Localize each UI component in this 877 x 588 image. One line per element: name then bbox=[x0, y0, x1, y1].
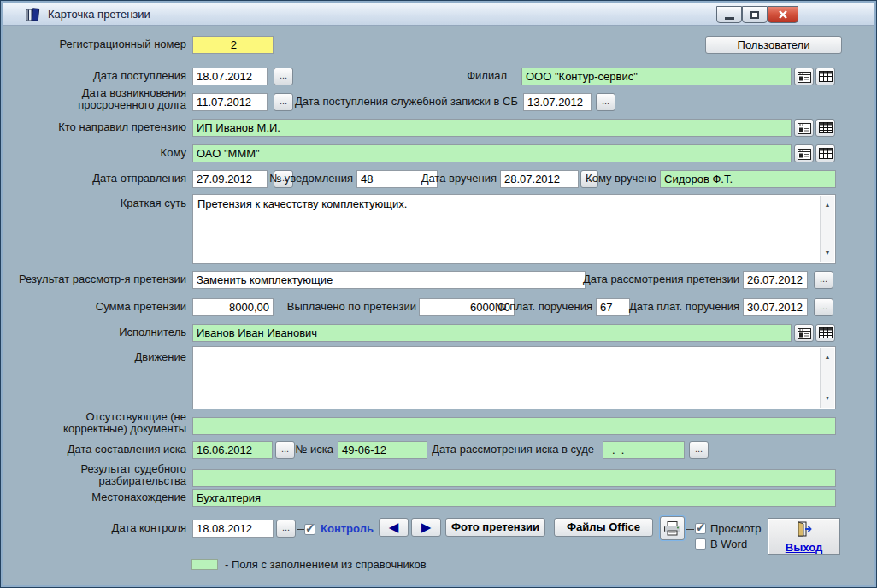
summary-scrollbar[interactable]: ▲ ▼ bbox=[820, 196, 834, 262]
prev-arrow-icon: ◀ bbox=[389, 520, 399, 534]
executor-table-button[interactable] bbox=[815, 324, 835, 342]
executor-field[interactable]: Иванов Иван Иванович bbox=[192, 324, 792, 342]
check-icon: ✓ bbox=[696, 520, 706, 534]
executor-card-button[interactable] bbox=[794, 324, 814, 342]
payment-order-number-label: № плат. поручения bbox=[495, 301, 592, 313]
branch-table-button[interactable] bbox=[815, 68, 835, 85]
scroll-down-icon[interactable]: ▼ bbox=[825, 246, 831, 260]
close-button[interactable] bbox=[768, 6, 798, 23]
overdue-debt-date-picker-button[interactable]: ... bbox=[274, 93, 293, 111]
scroll-down-icon[interactable]: ▼ bbox=[825, 391, 831, 405]
claim-amount-field[interactable]: 8000,00 bbox=[192, 298, 274, 316]
exit-button-label: Выход bbox=[768, 541, 839, 554]
branch-field[interactable]: ООО "Контур-сервис" bbox=[521, 68, 792, 85]
app-books-icon bbox=[26, 8, 41, 21]
lawsuit-date-picker-button[interactable]: ... bbox=[275, 441, 295, 459]
claim-recipient-card-button[interactable] bbox=[794, 144, 814, 162]
exit-button[interactable]: Выход bbox=[768, 518, 840, 555]
claim-amount-label: Сумма претензии bbox=[9, 301, 186, 313]
branch-label: Филиал bbox=[467, 70, 507, 82]
court-review-date-label: Дата рассмотрения иска в суде bbox=[432, 444, 594, 456]
missing-documents-field[interactable] bbox=[192, 417, 836, 435]
connector-line bbox=[297, 529, 304, 530]
control-checkbox[interactable]: ✓ bbox=[304, 524, 315, 535]
legend-green-swatch bbox=[191, 559, 218, 570]
lawsuit-number-label: № иска bbox=[295, 444, 333, 456]
memo-date-label: Дата поступления служебной записки в СБ bbox=[295, 96, 518, 108]
summary-textarea[interactable]: Претензия к качестству комплектующих. ▲ … bbox=[192, 194, 836, 264]
court-result-field[interactable] bbox=[192, 469, 836, 487]
date-received-label: Дата поступления bbox=[9, 70, 186, 82]
preview-checkbox-label[interactable]: Просмотр bbox=[710, 522, 761, 535]
claim-recipient-field[interactable]: ОАО "МММ" bbox=[192, 144, 792, 162]
branch-card-button[interactable] bbox=[794, 68, 814, 85]
payment-order-date-label: Дата плат. поручения bbox=[629, 301, 739, 313]
control-date-label: Дата контроля bbox=[9, 522, 186, 534]
missing-documents-label: Отсутствующие (не корректные) документы bbox=[9, 411, 186, 435]
office-files-button[interactable]: Файлы Office bbox=[554, 518, 653, 537]
lawsuit-number-field[interactable]: 49-06-12 bbox=[338, 441, 427, 459]
payment-order-date-field[interactable]: 30.07.2012 bbox=[743, 298, 808, 316]
reg-number-field[interactable]: 2 bbox=[192, 36, 274, 54]
legend-text: - Поля с заполнением из справочников bbox=[225, 558, 427, 571]
sent-date-label: Дата отправления bbox=[9, 173, 186, 185]
court-review-date-picker-button[interactable]: ... bbox=[689, 441, 709, 459]
control-date-picker-button[interactable]: ... bbox=[276, 520, 296, 538]
next-record-button[interactable]: ▶ bbox=[411, 518, 441, 537]
preview-checkbox[interactable]: ✓ bbox=[695, 523, 706, 534]
control-date-field[interactable]: 18.08.2012 bbox=[192, 520, 274, 538]
delivered-to-label: Кому вручено bbox=[586, 173, 656, 185]
reg-number-label: Регистрационный номер bbox=[9, 38, 186, 50]
window-title: Карточка претензии bbox=[48, 8, 150, 21]
to-word-checkbox-label[interactable]: В Word bbox=[710, 538, 747, 550]
connector-line bbox=[686, 529, 694, 530]
review-date-field[interactable]: 26.07.2012 bbox=[743, 271, 808, 289]
date-received-field[interactable]: 18.07.2012 bbox=[192, 68, 268, 85]
location-field[interactable]: Бухгалтерия bbox=[192, 489, 836, 507]
payment-order-number-field[interactable]: 67 bbox=[596, 298, 630, 316]
delivery-date-field[interactable]: 28.07.2012 bbox=[500, 170, 579, 188]
overdue-debt-date-field[interactable]: 11.07.2012 bbox=[192, 93, 268, 111]
claim-photo-button[interactable]: Фото претензии bbox=[445, 518, 545, 537]
movement-scrollbar[interactable]: ▲ ▼ bbox=[820, 348, 834, 408]
maximize-button[interactable] bbox=[742, 6, 768, 23]
scroll-up-icon[interactable]: ▲ bbox=[825, 198, 831, 212]
prev-record-button[interactable]: ◀ bbox=[379, 518, 409, 537]
review-result-field[interactable]: Заменить комплектующие bbox=[192, 271, 586, 289]
users-button[interactable]: Пользователи bbox=[705, 36, 842, 54]
minimize-button[interactable] bbox=[716, 6, 742, 23]
summary-text: Претензия к качестству комплектующих. bbox=[197, 197, 407, 210]
memo-date-picker-button[interactable]: ... bbox=[596, 93, 615, 111]
review-date-picker-button[interactable]: ... bbox=[814, 271, 833, 289]
to-word-checkbox[interactable] bbox=[695, 538, 706, 550]
claim-sender-label: Кто направил претензию bbox=[9, 121, 186, 133]
control-checkbox-label[interactable]: Контроль bbox=[321, 522, 374, 535]
notice-number-label: № уведомления bbox=[269, 173, 353, 185]
overdue-debt-date-label: Дата возникновения просроченного долга bbox=[9, 87, 186, 111]
claim-sender-card-button[interactable] bbox=[794, 119, 814, 137]
printer-icon bbox=[663, 521, 681, 536]
scroll-up-icon[interactable]: ▲ bbox=[825, 350, 831, 364]
review-date-label: Дата рассмотрения претензии bbox=[583, 273, 739, 285]
check-icon: ✓ bbox=[305, 521, 315, 535]
exit-door-icon bbox=[796, 521, 813, 537]
delivered-to-field[interactable]: Сидоров Ф.Т. bbox=[660, 170, 836, 188]
claim-sender-field[interactable]: ИП Иванов М.И. bbox=[192, 119, 792, 137]
movement-textarea[interactable]: ▲ ▼ bbox=[192, 346, 836, 409]
summary-label: Краткая суть bbox=[9, 197, 186, 209]
movement-label: Движение bbox=[9, 351, 186, 363]
claim-recipient-label: Кому bbox=[9, 147, 186, 159]
payment-order-date-picker-button[interactable]: ... bbox=[814, 298, 833, 316]
location-label: Местонахождение bbox=[9, 491, 186, 503]
print-button[interactable] bbox=[660, 516, 685, 540]
memo-date-field[interactable]: 13.07.2012 bbox=[523, 93, 592, 111]
delivery-date-label: Дата вручения bbox=[421, 173, 497, 185]
lawsuit-date-field[interactable]: 16.06.2012 bbox=[192, 441, 273, 459]
date-received-picker-button[interactable]: ... bbox=[274, 68, 293, 85]
court-result-label: Результат судебного разбирательства bbox=[9, 463, 186, 487]
claim-card-window: Карточка претензии Регистрационный номер… bbox=[0, 0, 877, 588]
court-review-date-field[interactable]: . . bbox=[603, 441, 685, 459]
sent-date-field[interactable]: 27.09.2012 bbox=[192, 170, 268, 188]
claim-sender-table-button[interactable] bbox=[815, 119, 835, 137]
claim-recipient-table-button[interactable] bbox=[815, 144, 835, 162]
